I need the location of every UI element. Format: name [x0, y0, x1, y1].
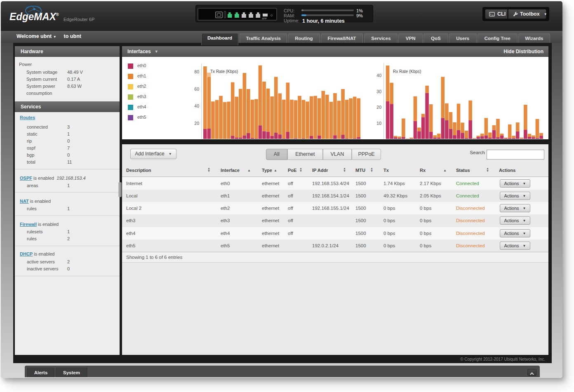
svg-text:20: 20: [194, 121, 199, 126]
svg-text:30: 30: [376, 89, 381, 94]
svg-text:40: 40: [376, 73, 381, 78]
svg-text:Tx Rate (Kbps): Tx Rate (Kbps): [210, 69, 238, 74]
svg-text:80: 80: [194, 69, 199, 74]
svg-text:40: 40: [194, 103, 199, 108]
svg-text:10: 10: [376, 121, 381, 126]
svg-text:60: 60: [194, 87, 199, 92]
svg-text:20: 20: [376, 105, 381, 110]
svg-text:Rx Rate (Kbps): Rx Rate (Kbps): [393, 69, 421, 74]
